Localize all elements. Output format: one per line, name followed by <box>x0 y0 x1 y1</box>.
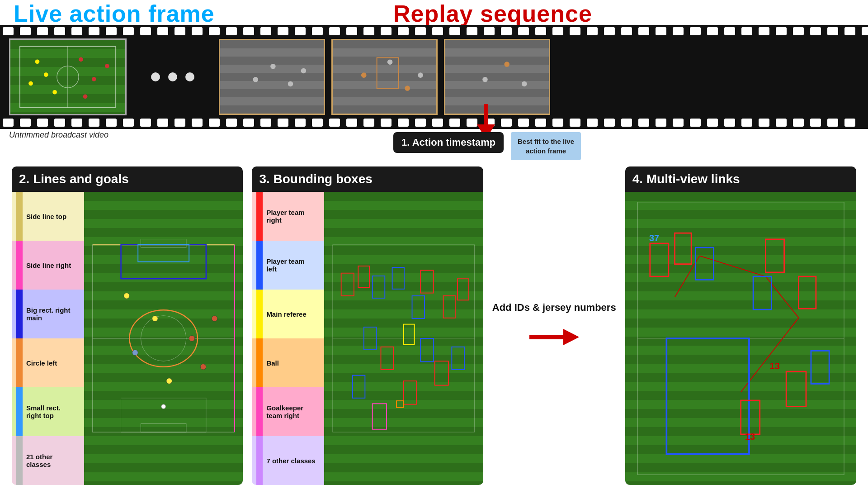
svg-text:13: 13 <box>745 432 755 442</box>
field-svg-lines <box>84 192 243 485</box>
legend-player-right: Player team right <box>252 192 324 241</box>
replay-frame-2 <box>331 39 438 115</box>
top-section: Live action frame Replay sequence <box>0 0 868 154</box>
legend-21-other: 21 other classes <box>12 436 84 485</box>
svg-point-11 <box>253 77 259 82</box>
dot-2 <box>168 72 177 81</box>
svg-rect-77 <box>798 276 816 309</box>
svg-point-41 <box>200 364 206 370</box>
bbox-legend: Player team right Player team left Main … <box>252 192 324 485</box>
legend-side-line-top: Side line top <box>12 192 84 241</box>
svg-rect-51 <box>458 279 469 300</box>
svg-point-20 <box>482 77 488 82</box>
svg-rect-82 <box>811 351 829 384</box>
svg-rect-36 <box>138 245 189 262</box>
sprocket-bottom <box>0 116 868 129</box>
svg-point-37 <box>124 293 130 299</box>
svg-point-16 <box>387 59 393 65</box>
live-title: Live action frame <box>14 0 215 27</box>
svg-rect-59 <box>421 338 434 361</box>
panel-bounding-boxes: 3. Bounding boxes Player team right Play… <box>252 166 483 485</box>
bottom-section: 2. Lines and goals Side line top Side li… <box>0 166 868 485</box>
svg-point-10 <box>28 81 33 86</box>
dot-1 <box>151 72 160 81</box>
dot-3 <box>185 72 194 81</box>
svg-text:37: 37 <box>649 233 659 243</box>
add-ids-label: Add IDs & jersey numbers <box>492 301 616 315</box>
panel-mv-content: 37 13 13 <box>625 192 856 485</box>
svg-point-42 <box>166 378 172 384</box>
legend-big-rect: Big rect. right main <box>12 290 84 338</box>
svg-point-6 <box>79 57 83 62</box>
legend-ball: Ball <box>252 338 324 387</box>
svg-rect-81 <box>753 276 771 309</box>
svg-rect-76 <box>765 239 784 272</box>
svg-rect-75 <box>675 233 691 264</box>
svg-point-8 <box>83 95 88 99</box>
untrimmed-label: Untrimmed broadcast video <box>9 130 108 140</box>
legend-circle-left: Circle left <box>12 338 84 387</box>
svg-rect-31 <box>141 423 186 432</box>
svg-point-7 <box>92 77 96 81</box>
svg-marker-66 <box>563 329 579 345</box>
svg-point-15 <box>361 72 367 78</box>
replay-frame-1 <box>219 39 325 115</box>
svg-point-12 <box>270 64 276 69</box>
ellipsis <box>133 72 212 81</box>
svg-point-43 <box>212 316 217 322</box>
svg-rect-80 <box>695 247 713 280</box>
legend-side-line-right: Side line right <box>12 241 84 290</box>
svg-rect-53 <box>435 361 448 385</box>
svg-point-40 <box>189 336 195 342</box>
svg-point-13 <box>288 81 293 87</box>
svg-rect-56 <box>392 267 404 289</box>
svg-point-21 <box>504 62 509 67</box>
svg-point-9 <box>105 64 109 68</box>
svg-rect-64 <box>373 404 387 429</box>
panel-multiview: 4. Multi-view links <box>625 166 856 485</box>
svg-point-3 <box>35 59 40 64</box>
svg-rect-55 <box>373 276 385 298</box>
svg-rect-47 <box>341 273 354 296</box>
replay-frame-3 <box>444 39 550 115</box>
svg-rect-74 <box>650 243 668 276</box>
panel-lines-goals: 2. Lines and goals Side line top Side li… <box>12 166 243 485</box>
svg-rect-49 <box>421 270 434 293</box>
svg-line-69 <box>699 256 765 276</box>
svg-rect-48 <box>359 266 370 287</box>
best-fit-label: Best fit to the live action frame <box>511 132 581 160</box>
svg-point-39 <box>132 350 138 356</box>
svg-rect-63 <box>396 401 403 408</box>
svg-rect-61 <box>353 376 365 398</box>
field-svg-bbox <box>324 192 483 485</box>
arrow-right-icon <box>527 323 581 351</box>
svg-point-4 <box>44 72 48 77</box>
legend-player-left: Player team left <box>252 241 324 290</box>
panel-mv-title: 4. Multi-view links <box>625 166 856 192</box>
replay-title: Replay sequence <box>393 0 592 27</box>
svg-rect-79 <box>741 400 760 434</box>
panel-bbox-content: Player team right Player team left Main … <box>252 192 483 485</box>
svg-point-5 <box>52 90 57 95</box>
film-content <box>0 38 868 116</box>
sprocket-top <box>0 25 868 38</box>
svg-line-70 <box>765 276 798 318</box>
legend-7-other: 7 other classes <box>252 436 324 485</box>
svg-rect-30 <box>141 239 186 247</box>
legend-small-rect: Small rect. right top <box>12 387 84 436</box>
lines-field-view <box>84 192 243 485</box>
svg-rect-29 <box>121 398 206 432</box>
panel-lines-title: 2. Lines and goals <box>12 166 243 192</box>
action-timestamp-label: 1. Action timestamp <box>393 132 504 153</box>
svg-text:13: 13 <box>769 361 779 371</box>
legend-gk-right: Goalkeeper team right <box>252 387 324 436</box>
svg-rect-52 <box>381 347 394 370</box>
svg-rect-54 <box>404 381 417 404</box>
panel-bbox-title: 3. Bounding boxes <box>252 166 483 192</box>
lines-legend: Side line top Side line right Big rect. … <box>12 192 84 485</box>
svg-point-44 <box>161 404 166 409</box>
svg-rect-73 <box>666 338 749 454</box>
panel-lines-content: Side line top Side line right Big rect. … <box>12 192 243 485</box>
add-ids-section: Add IDs & jersey numbers <box>488 166 621 485</box>
svg-point-18 <box>418 72 423 78</box>
